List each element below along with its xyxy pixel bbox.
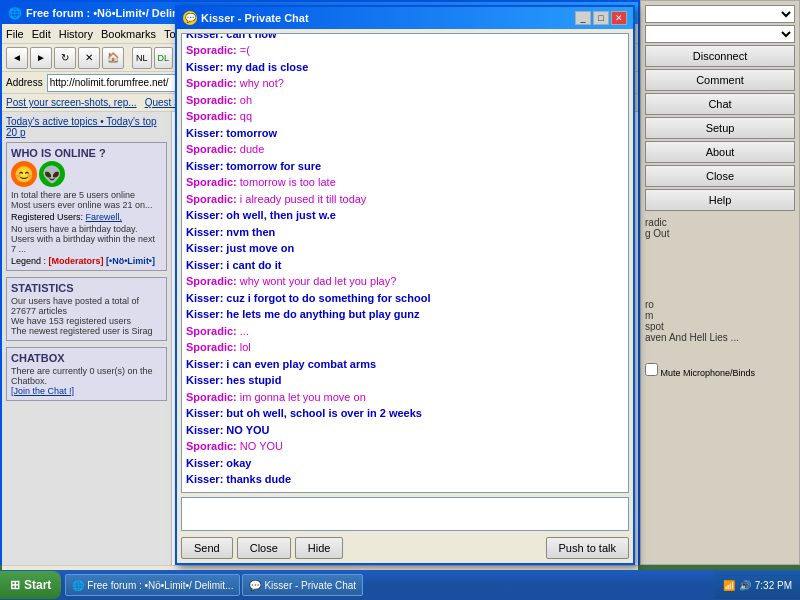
extra-info-2: ro m spot aven And Hell Lies ... [645,299,795,343]
taskbar-item-1[interactable]: 🌐 Free forum : •Nö•Limit•/ Delimit... [65,574,240,596]
menu-edit[interactable]: Edit [32,28,51,40]
who-is-online-box: WHO IS ONLINE ? 😊 👽 In total there are 5… [6,142,167,271]
chat-message-sporadic: Sporadic: tomorrow is too late [186,174,624,191]
menu-bookmarks[interactable]: Bookmarks [101,28,156,40]
m-text: m [645,310,795,321]
chat-message-sporadic: Sporadic: lol [186,339,624,356]
chat-titlebar: 💬 Kisser - Private Chat _ □ ✕ [177,7,633,29]
chat-message-sporadic: Sporadic: im gonna let you move on [186,389,624,406]
extra-info: radic g Out [645,217,795,239]
chat-message-sporadic: Sporadic: NO YOU [186,438,624,455]
chat-message-sporadic: Sporadic: why wont your dad let you play… [186,273,624,290]
right-panel: Disconnect Comment Chat Setup About Clos… [640,0,800,565]
nolimit-text: [•Nö•Limit•] [106,256,155,266]
chat-button[interactable]: Chat [645,93,795,115]
moderators-text: [Moderators] [49,256,104,266]
statistics-text: Our users have posted a total of 27677 a… [11,296,162,336]
forum-window-icon: 🌐 [8,7,22,20]
chatbox-title: CHATBOX [11,352,162,364]
chat-message-sporadic: Sporadic: =( [186,42,624,59]
start-label: Start [24,578,51,592]
chat-message-kisser: Kisser: nvm then [186,224,624,241]
chat-message-sporadic: Sporadic: ... [186,323,624,340]
right-dropdown-2[interactable] [645,25,795,43]
push-to-talk-button[interactable]: Push to talk [546,537,629,559]
disconnect-button[interactable]: Disconnect [645,45,795,67]
home-button[interactable]: 🏠 [102,47,124,69]
chatbox-text: There are currently 0 user(s) on the Cha… [11,366,162,386]
active-topics-link[interactable]: Today's active topics • Today's top 20 p [6,116,167,138]
send-button[interactable]: Send [181,537,233,559]
avatar-row: 😊 👽 [11,161,162,187]
hide-button[interactable]: Hide [295,537,344,559]
farewell-link[interactable]: Farewell, [86,212,123,222]
chat-message-sporadic: Sporadic: qq [186,108,624,125]
reload-button[interactable]: ↻ [54,47,76,69]
chat-close-button[interactable]: ✕ [611,11,627,25]
close-button-right[interactable]: Close [645,165,795,187]
mute-checkbox[interactable] [645,363,658,376]
chat-window: 💬 Kisser - Private Chat _ □ ✕ Sporadic: … [175,5,635,565]
chat-message-sporadic: Sporadic: dude [186,141,624,158]
forward-button[interactable]: ► [30,47,52,69]
setup-button[interactable]: Setup [645,117,795,139]
chat-message-kisser: Kisser: tomorrow for sure [186,158,624,175]
taskbar-item-2[interactable]: 💬 Kisser - Private Chat [242,574,363,596]
chat-message-kisser: Kisser: okay [186,455,624,472]
chat-message-kisser: Kisser: my dad is close [186,59,624,76]
statistics-title: STATISTICS [11,282,162,294]
windows-logo: ⊞ [10,578,20,592]
taskbar-item-1-icon: 🌐 [72,580,84,591]
registered-users: Registered Users: Farewell, [11,212,162,222]
taskbar-item-2-icon: 💬 [249,580,261,591]
chat-icon: 💬 [183,11,197,25]
chat-message-kisser: Kisser: but oh well, school is over in 2… [186,405,624,422]
chat-message-sporadic: Sporadic: why not? [186,75,624,92]
chat-message-kisser: Kisser: hes stupid [186,372,624,389]
taskbar: ⊞ Start 🌐 Free forum : •Nö•Limit•/ Delim… [0,570,800,600]
chat-message-kisser: Kisser: oh well, then just w.e [186,207,624,224]
birthday-text: No users have a birthday today.Users wit… [11,224,162,254]
back-button[interactable]: ◄ [6,47,28,69]
chat-message-kisser: Kisser: cuz i forgot to do something for… [186,290,624,307]
chat-message-kisser: Kisser: thanks dude [186,471,624,488]
chat-buttons-bar: Send Close Hide Push to talk [177,533,633,563]
chat-messages-area: Sporadic: wanna do our match?Kisser: can… [181,33,629,493]
desktop: 🌐 Free forum : •Nö•Limit•/ Delimited _ □… [0,0,800,600]
chat-message-kisser: Kisser: i can even play combat arms [186,356,624,373]
start-button[interactable]: ⊞ Start [0,571,61,599]
close-chat-button[interactable]: Close [237,537,291,559]
mute-label: Mute Microphone/Binds [661,368,756,378]
taskbar-system-icons: 📶 🔊 7:32 PM [715,571,800,599]
chat-message-kisser: Kisser: can't now [186,33,624,42]
spot-text: spot [645,321,795,332]
chat-minimize-button[interactable]: _ [575,11,591,25]
avatar-2: 👽 [39,161,65,187]
nl-button[interactable]: NL [132,47,152,69]
stop-button[interactable]: ✕ [78,47,100,69]
address-label: Address [6,77,43,88]
forum-sidebar: Today's active topics • Today's top 20 p… [2,112,172,565]
comment-button[interactable]: Comment [645,69,795,91]
taskbar-items: 🌐 Free forum : •Nö•Limit•/ Delimit... 💬 … [61,574,714,596]
help-button[interactable]: Help [645,189,795,211]
about-button[interactable]: About [645,141,795,163]
going-out-text: g Out [645,228,795,239]
network-icon: 📶 [723,580,735,591]
who-is-online-text: In total there are 5 users onlineMost us… [11,190,162,210]
chat-maximize-button[interactable]: □ [593,11,609,25]
hell-lies-text: aven And Hell Lies ... [645,332,795,343]
taskbar-item-1-label: Free forum : •Nö•Limit•/ Delimit... [87,580,233,591]
time-display: 7:32 PM [755,580,792,591]
menu-history[interactable]: History [59,28,93,40]
chat-input-area [181,497,629,533]
chat-input[interactable] [181,497,629,531]
join-chat-link[interactable]: [Join the Chat !] [11,386,162,396]
chat-title: Kisser - Private Chat [201,12,309,24]
chat-title-controls: _ □ ✕ [575,11,627,25]
post-link[interactable]: Post your screen-shots, rep... [6,97,137,108]
dl-button[interactable]: DL [154,47,174,69]
menu-file[interactable]: File [6,28,24,40]
chat-message-kisser: Kisser: i cant do it [186,257,624,274]
right-dropdown-1[interactable] [645,5,795,23]
